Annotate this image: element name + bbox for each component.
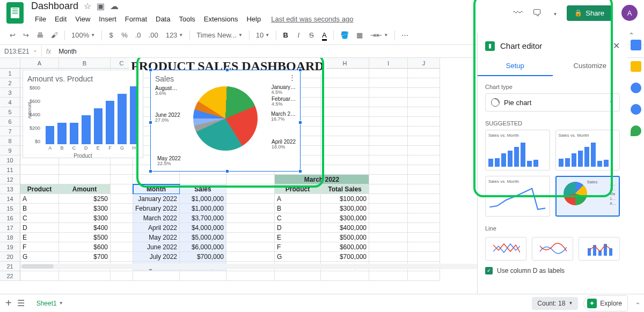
cell[interactable]: $6,000,000	[180, 242, 226, 252]
cell[interactable]: $1,000,000	[180, 194, 226, 204]
cell[interactable]	[321, 88, 369, 98]
cell[interactable]	[226, 223, 275, 233]
cell[interactable]	[111, 204, 133, 213]
cell[interactable]	[180, 271, 226, 281]
cell[interactable]: $300	[59, 204, 111, 213]
strike-button[interactable]: S	[305, 29, 317, 41]
cell[interactable]	[408, 136, 440, 146]
cell[interactable]: $100,000	[321, 194, 369, 204]
row-header[interactable]: 6	[0, 117, 20, 127]
tab-setup[interactable]: Setup	[478, 56, 553, 76]
borders-icon[interactable]: ▦	[353, 29, 366, 41]
text-color-button[interactable]: A	[318, 29, 330, 41]
cell[interactable]: Product	[20, 184, 59, 194]
cell[interactable]	[226, 233, 275, 242]
cell[interactable]	[321, 155, 369, 165]
row-header[interactable]: 7	[0, 127, 20, 136]
decrease-decimal[interactable]: .0	[132, 29, 144, 41]
cell[interactable]	[408, 127, 440, 136]
cell[interactable]	[408, 233, 440, 242]
close-panel-icon[interactable]: ✕	[613, 41, 620, 51]
suggested-chart-4[interactable]: Sales J…2…Ma1…A…	[555, 176, 620, 217]
cell[interactable]	[180, 175, 226, 184]
cell[interactable]	[408, 78, 440, 88]
cell[interactable]	[369, 252, 408, 262]
tasks-rail-icon[interactable]	[631, 83, 641, 93]
cell[interactable]: Month	[133, 184, 180, 194]
cell[interactable]	[275, 271, 321, 281]
menu-edit[interactable]: Edit	[51, 13, 70, 25]
cell[interactable]	[408, 98, 440, 107]
cell[interactable]	[111, 194, 133, 204]
row-header[interactable]: 14	[0, 194, 20, 204]
increase-decimal[interactable]: .00	[145, 29, 162, 41]
cell[interactable]: Product	[275, 184, 321, 194]
cell[interactable]	[321, 107, 369, 117]
cell[interactable]	[369, 223, 408, 233]
cell[interactable]	[226, 175, 275, 184]
history-icon[interactable]: 〰	[513, 8, 523, 19]
font-dropdown[interactable]: Times New...	[193, 29, 246, 41]
tab-customize[interactable]: Customize	[553, 56, 628, 76]
cell[interactable]	[226, 213, 275, 223]
cell[interactable]: C	[275, 213, 321, 223]
maps-rail-icon[interactable]	[631, 125, 641, 136]
cell[interactable]: $300,000	[321, 204, 369, 213]
pie-chart[interactable]: Sales ⋮ January…4.5% Februar…4.5% March …	[150, 70, 301, 172]
calendar-rail-icon[interactable]	[631, 40, 641, 50]
cell[interactable]	[321, 271, 369, 281]
cell[interactable]	[226, 194, 275, 204]
cell[interactable]	[111, 233, 133, 242]
format-currency[interactable]: $	[105, 29, 117, 41]
col-header[interactable]: A	[20, 58, 59, 69]
row-header[interactable]: 16	[0, 213, 20, 223]
cell[interactable]	[408, 88, 440, 98]
collapse-rail-icon[interactable]: ›	[634, 302, 641, 304]
row-header[interactable]: 2	[0, 78, 20, 88]
cell[interactable]	[408, 252, 440, 262]
cell[interactable]	[369, 98, 408, 107]
format-percent[interactable]: %	[118, 29, 131, 41]
keep-rail-icon[interactable]	[631, 61, 641, 72]
col-header[interactable]: B	[59, 58, 111, 69]
cell[interactable]	[369, 88, 408, 98]
meet-button[interactable]	[552, 9, 557, 17]
col-header[interactable]: I	[369, 58, 408, 69]
cell[interactable]	[111, 252, 133, 262]
cell[interactable]	[369, 233, 408, 242]
menu-tools[interactable]: Tools	[175, 13, 199, 25]
cell[interactable]: F	[275, 242, 321, 252]
menu-insert[interactable]: Insert	[95, 13, 120, 25]
cell[interactable]	[369, 127, 408, 136]
cell[interactable]	[408, 271, 440, 281]
paint-format-icon[interactable]: 🖌	[48, 29, 61, 41]
cell[interactable]	[20, 165, 59, 175]
row-header[interactable]: 19	[0, 242, 20, 252]
cell[interactable]: $1,000,000	[180, 204, 226, 213]
cell[interactable]	[369, 204, 408, 213]
cell[interactable]: $600,000	[321, 242, 369, 252]
cell[interactable]	[321, 117, 369, 127]
cell[interactable]	[133, 175, 180, 184]
row-header[interactable]: 4	[0, 98, 20, 107]
row-header[interactable]: 12	[0, 175, 20, 184]
undo-icon[interactable]: ↩	[6, 29, 19, 41]
cell[interactable]	[408, 213, 440, 223]
cell[interactable]	[59, 175, 111, 184]
cell[interactable]: January 2022	[133, 194, 180, 204]
row-header[interactable]: 18	[0, 233, 20, 242]
cell[interactable]	[369, 117, 408, 127]
bar-chart[interactable]: Amount vs. Product Amount $800$600$400$2…	[23, 70, 143, 158]
cell[interactable]	[369, 184, 408, 194]
cell[interactable]: $3,700,000	[180, 213, 226, 223]
zoom-dropdown[interactable]: 100%	[68, 29, 98, 41]
cell[interactable]	[111, 242, 133, 252]
cell[interactable]: March 2022	[275, 175, 369, 184]
explore-button[interactable]: ✦Explore	[583, 295, 628, 311]
cell[interactable]	[369, 107, 408, 117]
cell[interactable]	[369, 213, 408, 223]
cell[interactable]	[369, 78, 408, 88]
cell[interactable]	[369, 194, 408, 204]
cell[interactable]	[321, 127, 369, 136]
row-header[interactable]: 15	[0, 204, 20, 213]
